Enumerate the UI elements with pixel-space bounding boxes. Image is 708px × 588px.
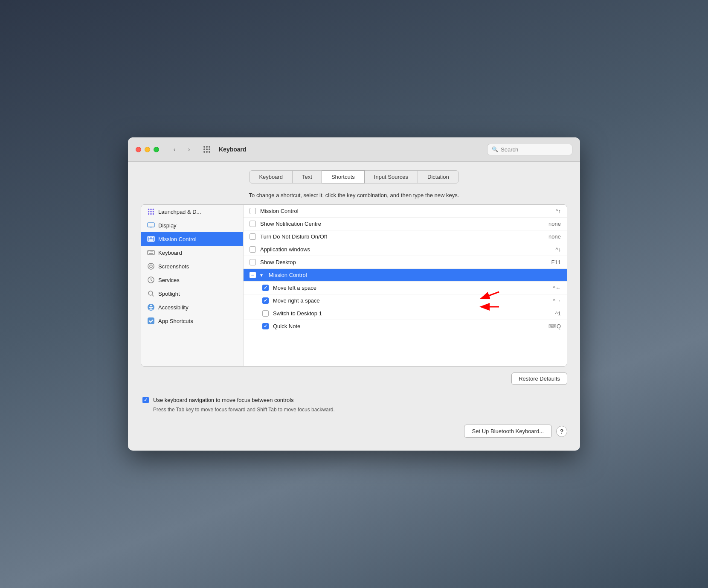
tab-keyboard[interactable]: Keyboard xyxy=(249,170,293,183)
shortcut-key: none xyxy=(535,233,561,240)
shortcut-key: ^1 xyxy=(535,310,561,317)
keyboard-icon xyxy=(147,249,155,256)
shortcut-key: ^↓ xyxy=(535,246,561,253)
sidebar-item-display[interactable]: Display xyxy=(141,218,243,232)
sidebar-item-label: Accessibility xyxy=(158,304,189,311)
services-icon xyxy=(147,276,155,284)
tab-text[interactable]: Text xyxy=(292,170,322,183)
tab-input-sources[interactable]: Input Sources xyxy=(364,170,418,183)
shortcut-row-mission-control: Mission Control ^↑ xyxy=(244,205,567,218)
grid-icon xyxy=(201,143,213,155)
accessibility-icon xyxy=(147,303,155,311)
sidebar-item-mission-control[interactable]: Mission Control xyxy=(141,232,243,246)
shortcut-name: Application windows xyxy=(260,246,531,253)
sidebar-item-app-shortcuts[interactable]: App Shortcuts xyxy=(141,314,243,328)
traffic-lights xyxy=(136,147,159,152)
spotlight-icon xyxy=(147,290,155,297)
shortcut-row-quick-note: Quick Note ⌨Q xyxy=(244,320,567,332)
shortcut-row-mission-control-header[interactable]: ▾ Mission Control xyxy=(244,269,567,282)
back-button[interactable]: ‹ xyxy=(168,143,180,155)
titlebar: ‹ › Keyboard 🔍 xyxy=(128,137,580,162)
checkbox-move-left[interactable] xyxy=(262,285,269,291)
search-icon: 🔍 xyxy=(492,146,498,152)
sidebar-item-label: Mission Control xyxy=(158,236,197,242)
nav-checkbox-description: Press the Tab key to move focus forward … xyxy=(153,407,566,413)
shortcut-row-switch-desktop: Switch to Desktop 1 ^1 xyxy=(244,307,567,320)
sidebar-item-screenshots[interactable]: Screenshots xyxy=(141,259,243,273)
svg-line-17 xyxy=(152,295,154,296)
main-panel: Launchpad & D... Display Mission Control xyxy=(141,204,567,367)
nav-keyboard-checkbox[interactable] xyxy=(142,397,149,403)
checkbox-move-right[interactable] xyxy=(262,297,269,304)
svg-rect-4 xyxy=(148,237,151,239)
setup-bluetooth-button[interactable]: Set Up Bluetooth Keyboard... xyxy=(464,425,552,438)
checkbox-dnd[interactable] xyxy=(250,233,256,240)
svg-point-13 xyxy=(148,263,154,269)
svg-rect-7 xyxy=(148,250,154,255)
description-text: To change a shortcut, select it, click t… xyxy=(141,192,567,198)
shortcut-row-show-desktop: Show Desktop F11 xyxy=(244,256,567,269)
chevron-down-icon: ▾ xyxy=(260,272,263,278)
shortcut-name: Switch to Desktop 1 xyxy=(273,310,531,317)
nav-checkbox-section: Use keyboard navigation to move focus be… xyxy=(141,397,567,413)
restore-defaults-button[interactable]: Restore Defaults xyxy=(511,373,567,385)
sidebar-item-label: Launchpad & D... xyxy=(158,209,201,215)
checkbox-quick-note[interactable] xyxy=(262,323,269,329)
app-shortcuts-icon xyxy=(147,317,155,325)
shortcut-row-move-left: Move left a space ^← xyxy=(244,282,567,294)
action-bar: Set Up Bluetooth Keyboard... ? xyxy=(141,425,567,438)
sidebar-item-label: Spotlight xyxy=(158,291,180,297)
checkbox-notification[interactable] xyxy=(250,221,256,227)
sidebar-item-spotlight[interactable]: Spotlight xyxy=(141,287,243,300)
shortcut-row-move-right: Move right a space ^→ xyxy=(244,294,567,307)
shortcut-name: Show Notification Centre xyxy=(260,221,531,227)
tab-shortcuts[interactable]: Shortcuts xyxy=(322,170,365,183)
svg-rect-6 xyxy=(148,239,154,241)
svg-rect-3 xyxy=(148,236,154,242)
shortcut-row-app-windows: Application windows ^↓ xyxy=(244,243,567,256)
shortcut-key: ^← xyxy=(535,285,561,291)
sidebar-item-label: Services xyxy=(158,277,180,283)
close-button[interactable] xyxy=(136,147,141,152)
search-input[interactable] xyxy=(501,146,568,153)
sidebar-item-launchpad[interactable]: Launchpad & D... xyxy=(141,205,243,218)
sidebar-item-label: Display xyxy=(158,222,177,229)
shortcut-name: Turn Do Not Disturb On/Off xyxy=(260,233,531,240)
shortcut-name: Move right a space xyxy=(273,297,531,304)
content-area: Keyboard Text Shortcuts Input Sources Di… xyxy=(128,162,580,451)
checkbox-show-desktop[interactable] xyxy=(250,259,256,265)
search-bar[interactable]: 🔍 xyxy=(487,144,572,155)
minimize-button[interactable] xyxy=(145,147,150,152)
sidebar-item-services[interactable]: Services xyxy=(141,273,243,287)
shortcut-key: F11 xyxy=(535,259,561,265)
tabs-bar: Keyboard Text Shortcuts Input Sources Di… xyxy=(141,170,567,183)
shortcut-row-notification: Show Notification Centre none xyxy=(244,218,567,230)
display-icon xyxy=(147,221,155,229)
nav-buttons: ‹ › xyxy=(168,143,195,155)
sidebar-item-accessibility[interactable]: Accessibility xyxy=(141,300,243,314)
nav-checkbox-row: Use keyboard navigation to move focus be… xyxy=(142,397,566,403)
shortcut-name: Quick Note xyxy=(273,323,531,329)
svg-rect-0 xyxy=(148,223,154,227)
checkbox-app-windows[interactable] xyxy=(250,246,256,253)
checkbox-mission-control[interactable] xyxy=(250,208,256,214)
svg-point-19 xyxy=(150,305,152,306)
shortcut-key: none xyxy=(535,221,561,227)
restore-defaults-bar: Restore Defaults xyxy=(141,373,567,385)
launchpad-icon xyxy=(147,208,155,215)
sidebar-item-label: Keyboard xyxy=(158,250,182,256)
help-button[interactable]: ? xyxy=(556,426,567,437)
sidebar: Launchpad & D... Display Mission Control xyxy=(141,205,244,366)
nav-checkbox-label: Use keyboard navigation to move focus be… xyxy=(153,397,294,403)
checkbox-switch-desktop[interactable] xyxy=(262,310,269,317)
shortcut-key: ^→ xyxy=(535,297,561,304)
checkbox-mission-header[interactable] xyxy=(250,272,256,278)
sidebar-item-keyboard[interactable]: Keyboard xyxy=(141,246,243,259)
maximize-button[interactable] xyxy=(154,147,159,152)
shortcut-name: Mission Control xyxy=(260,208,531,214)
forward-button[interactable]: › xyxy=(183,143,195,155)
sidebar-item-label: App Shortcuts xyxy=(158,318,193,324)
mission-control-icon xyxy=(147,235,155,243)
shortcut-name: Mission Control xyxy=(269,272,531,278)
tab-dictation[interactable]: Dictation xyxy=(418,170,459,183)
